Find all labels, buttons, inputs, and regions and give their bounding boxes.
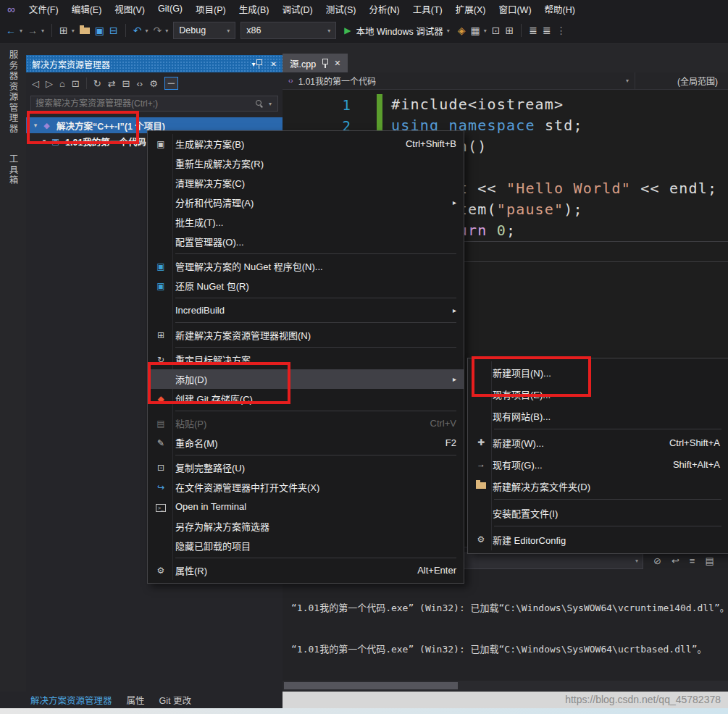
redo-dropdown-icon[interactable]: ▾ [165, 28, 168, 34]
solution-configuration-combo[interactable]: Debug ▾ [173, 22, 235, 39]
menu-tools[interactable]: 工具(T) [406, 0, 449, 18]
menu-item-copy-full-path[interactable]: ⊡复制完整路径(U) [148, 458, 464, 477]
screenshot-icon[interactable]: ▦ [470, 25, 480, 36]
menu-item-new-solution-folder[interactable]: 新建解决方案文件夹(D) [468, 475, 728, 497]
menu-item-incredibuild[interactable]: IncrediBuild▸ [148, 301, 464, 320]
search-icon[interactable] [256, 100, 264, 108]
menu-extensions[interactable]: 扩展(X) [449, 0, 493, 18]
menu-item-build-solution[interactable]: ▣生成解决方案(B)Ctrl+Shift+B [148, 134, 464, 154]
menu-item-new-solution-explorer-view[interactable]: ⊞新建解决方案资源管理器视图(N) [148, 325, 464, 345]
pin-icon[interactable] [256, 59, 262, 69]
menu-git[interactable]: Git(G) [151, 1, 189, 16]
sort-icon[interactable]: ⇄ [108, 78, 116, 89]
menu-item-clean-solution[interactable]: 清理解决方案(C) [148, 173, 464, 193]
menu-item-batch-build[interactable]: 批生成(T)... [148, 212, 464, 232]
redo-icon[interactable]: ↷ [154, 25, 162, 36]
start-debugging-button[interactable]: ▶ 本地 Windows 调试器 ▾ [341, 24, 452, 38]
sync-with-active-document-icon[interactable]: ⊡ [72, 78, 80, 89]
menu-test[interactable]: 测试(S) [319, 0, 363, 18]
menu-item-rename[interactable]: ✎重命名(M)F2 [148, 433, 464, 453]
save-all-icon[interactable]: ⊟ [109, 25, 118, 36]
menu-item-new-editorconfig[interactable]: ⚙新建 EditorConfig [468, 529, 728, 550]
search-options-icon[interactable]: ▾ [264, 101, 275, 107]
new-project-icon[interactable]: ⊞ [59, 25, 68, 36]
home-icon[interactable]: ⌂ [59, 78, 65, 89]
tab-properties[interactable]: 属性 [127, 693, 145, 707]
solution-context-menu: ▣生成解决方案(B)Ctrl+Shift+B 重新生成解决方案(R) 清理解决方… [147, 130, 464, 584]
screenshot-dropdown-icon[interactable]: ▾ [484, 28, 487, 34]
menu-item-existing-item[interactable]: →现有项(G)...Shift+Alt+A [468, 453, 728, 475]
refresh-icon[interactable]: ↻ [93, 78, 101, 89]
scrollbar-thumb[interactable] [284, 682, 458, 689]
close-icon[interactable]: ✕ [334, 59, 340, 68]
project-scope-combo[interactable]: ‹› 1.01我的第一个代码 ▾ [283, 72, 635, 89]
menu-debug[interactable]: 调试(D) [275, 0, 319, 18]
navigate-back-dropdown-icon[interactable]: ▾ [20, 28, 22, 34]
tab-solution-explorer[interactable]: 解决方案资源管理器 [30, 693, 112, 707]
open-file-icon[interactable] [80, 28, 90, 34]
undo-icon[interactable]: ↶ [133, 25, 142, 36]
view-code-icon[interactable]: ‹› [136, 78, 143, 89]
preview-selected-items-icon[interactable]: ─ [164, 77, 178, 90]
menu-item-restore-nuget[interactable]: ▣还原 NuGet 包(R) [148, 276, 464, 295]
save-icon[interactable]: ▣ [95, 25, 104, 36]
menu-edit[interactable]: 编辑(E) [65, 0, 109, 18]
properties-icon[interactable]: ⚙ [149, 78, 158, 89]
navigate-forward-icon[interactable]: → [28, 25, 38, 36]
menu-item-properties[interactable]: ⚙属性(R)Alt+Enter [148, 560, 464, 580]
solution-platform-combo[interactable]: x86 ▾ [240, 22, 336, 39]
menu-build[interactable]: 生成(B) [233, 0, 276, 18]
navigate-forward-dropdown-icon[interactable]: ▾ [41, 28, 44, 34]
menu-item-existing-website[interactable]: 现有网站(B)... [468, 405, 728, 427]
word-wrap-icon[interactable]: ↩ [671, 555, 679, 566]
menu-item-save-as-solution-filter[interactable]: 另存为解决方案筛选器 [148, 516, 464, 536]
menu-item-configuration-manager[interactable]: 配置管理器(O)... [148, 232, 464, 251]
submenu-arrow-icon: ▸ [453, 306, 456, 314]
menu-help[interactable]: 帮助(H) [538, 0, 582, 18]
back-icon[interactable]: ◁ [32, 78, 39, 89]
wrench-icon: ⚙ [151, 566, 171, 576]
pin-output-icon[interactable]: ▤ [705, 555, 714, 566]
menu-item-open-folder-in-explorer[interactable]: ↪在文件资源管理器中打开文件夹(X) [148, 477, 464, 497]
menu-item-new-item[interactable]: ✚新建项(W)...Ctrl+Shift+A [468, 432, 728, 453]
menu-shortcut: F2 [445, 437, 456, 448]
menu-item-open-in-terminal[interactable]: >_Open in Terminal [148, 497, 464, 516]
code-token: "Hello World" [506, 180, 631, 197]
package-tool-icon[interactable]: ⊞ [505, 25, 514, 36]
navigate-back-icon[interactable]: ← [6, 25, 16, 36]
menu-file[interactable]: 文件(F) [22, 0, 65, 18]
grid-tool-icon[interactable]: ⊡ [492, 25, 501, 36]
menu-view[interactable]: 视图(V) [108, 0, 151, 18]
collapse-all-icon[interactable]: ⊟ [122, 78, 130, 89]
forward-icon[interactable]: ▷ [46, 78, 53, 89]
solution-explorer-title-bar[interactable]: 解决方案资源管理器 ▾ ✕ [26, 55, 283, 72]
horizontal-scrollbar[interactable] [283, 681, 728, 691]
chevron-down-icon: ▾ [626, 77, 629, 84]
search-input[interactable] [31, 98, 256, 109]
menu-item-install-config-file[interactable]: 安装配置文件(I) [468, 502, 728, 524]
undo-dropdown-icon[interactable]: ▾ [145, 28, 148, 34]
tab-source-cpp[interactable]: 源.cpp ✕ [283, 54, 348, 72]
toolbar-overflow-icon[interactable]: ⋮ [556, 25, 566, 36]
indent-decrease-icon[interactable]: ≣ [529, 25, 537, 36]
sidebar-item-server-explorer[interactable]: 服务器资源管理器 [7, 50, 20, 134]
menu-item-paste[interactable]: ▤粘贴(P)Ctrl+V [148, 413, 464, 433]
new-project-dropdown-icon[interactable]: ▾ [72, 28, 75, 34]
menu-item-manage-nuget-packages[interactable]: ▣管理解决方案的 NuGet 程序包(N)... [148, 256, 464, 276]
tab-git-changes[interactable]: Git 更改 [159, 693, 191, 707]
pin-icon[interactable] [322, 59, 328, 68]
menu-item-hide-unloaded-projects[interactable]: 隐藏已卸载的项目 [148, 536, 464, 555]
menu-separator [494, 526, 721, 526]
sidebar-item-toolbox[interactable]: 工具箱 [7, 154, 20, 186]
incredibuild-icon[interactable]: ◈ [458, 25, 466, 36]
menu-window[interactable]: 窗口(W) [492, 0, 537, 18]
show-output-lines-icon[interactable]: ≡ [690, 555, 695, 566]
clear-output-icon[interactable]: ⊘ [653, 555, 661, 566]
close-icon[interactable]: ✕ [271, 60, 277, 68]
menu-analyze[interactable]: 分析(N) [362, 0, 406, 18]
menu-project[interactable]: 项目(P) [189, 0, 233, 18]
indent-increase-icon[interactable]: ≣ [543, 25, 551, 36]
menu-item-analyze-and-cleanup[interactable]: 分析和代码清理(A)▸ [148, 193, 464, 212]
menu-item-rebuild-solution[interactable]: 重新生成解决方案(R) [148, 154, 464, 173]
scope-combo[interactable]: (全局范围) [635, 75, 728, 87]
